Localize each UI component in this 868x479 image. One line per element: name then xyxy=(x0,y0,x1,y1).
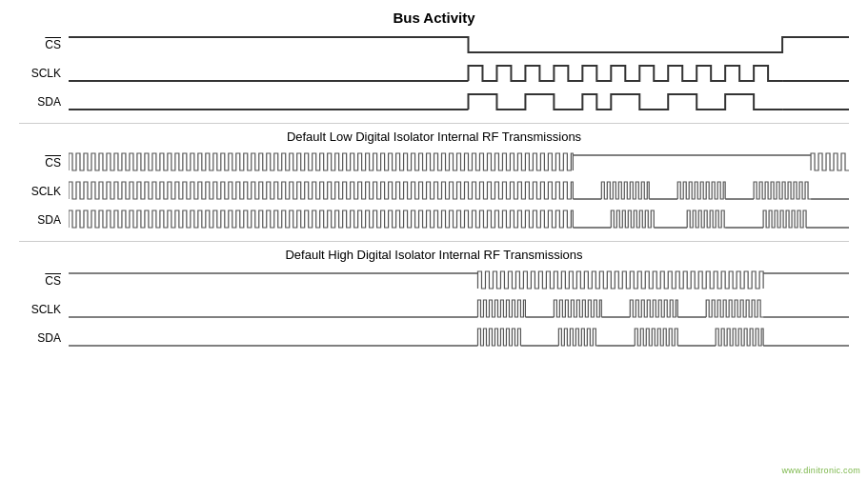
section-default-high: Default High Digital Isolator Internal R… xyxy=(19,248,849,351)
bus-sclk-waveform xyxy=(69,60,849,87)
diagram-container: Bus Activity CS SCLK xyxy=(0,0,868,479)
bus-sclk-canvas xyxy=(69,60,849,87)
low-sclk-row: SCLK xyxy=(19,178,849,205)
default-low-title: Default Low Digital Isolator Internal RF… xyxy=(19,130,849,144)
low-sda-canvas xyxy=(69,207,849,233)
bus-sclk-label: SCLK xyxy=(19,67,69,80)
default-high-title: Default High Digital Isolator Internal R… xyxy=(19,248,849,262)
bus-cs-canvas xyxy=(69,31,849,58)
low-sclk-canvas xyxy=(69,178,849,205)
high-sda-label: SDA xyxy=(19,331,69,345)
bus-sda-row: SDA xyxy=(19,89,849,115)
high-cs-row: CS xyxy=(19,268,849,294)
high-cs-canvas xyxy=(69,268,849,294)
high-sclk-row: SCLK xyxy=(19,296,849,323)
high-sda-waveform xyxy=(69,325,849,351)
low-sda-label: SDA xyxy=(19,213,69,227)
high-sda-row: SDA xyxy=(19,325,849,351)
bus-activity-title: Bus Activity xyxy=(19,10,849,26)
low-cs-label: CS xyxy=(19,156,69,170)
high-cs-waveform xyxy=(69,268,849,294)
high-sclk-canvas xyxy=(69,296,849,323)
high-sclk-waveform xyxy=(69,296,849,323)
low-cs-waveform xyxy=(69,150,849,176)
watermark: www.dinitronic.com xyxy=(782,466,860,475)
divider-2 xyxy=(19,241,849,242)
low-sda-waveform xyxy=(69,207,849,233)
bus-cs-label: CS xyxy=(19,38,69,51)
low-sda-row: SDA xyxy=(19,207,849,233)
low-cs-canvas xyxy=(69,150,849,176)
high-sda-canvas xyxy=(69,325,849,351)
divider-1 xyxy=(19,123,849,124)
bus-sda-label: SDA xyxy=(19,95,69,109)
low-sclk-waveform xyxy=(69,178,849,205)
bus-sclk-row: SCLK xyxy=(19,60,849,87)
bus-sda-waveform xyxy=(69,89,849,115)
section-default-low: Default Low Digital Isolator Internal RF… xyxy=(19,130,849,233)
high-sclk-label: SCLK xyxy=(19,303,69,316)
low-cs-row: CS xyxy=(19,150,849,176)
bus-cs-row: CS xyxy=(19,31,849,58)
high-cs-label: CS xyxy=(19,274,69,288)
bus-cs-waveform xyxy=(69,31,849,58)
bus-sda-canvas xyxy=(69,89,849,115)
section-bus-activity: Bus Activity CS SCLK xyxy=(19,10,849,115)
low-sclk-label: SCLK xyxy=(19,185,69,198)
